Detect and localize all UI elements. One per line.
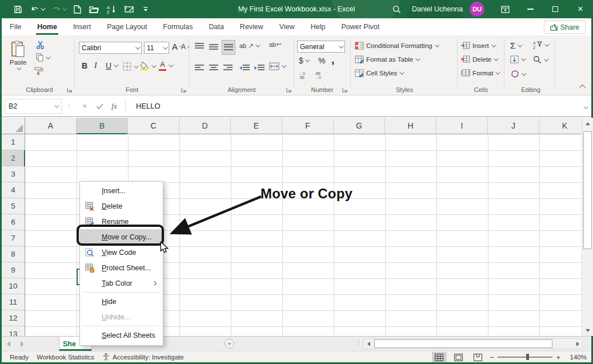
enter-icon[interactable] xyxy=(92,99,107,113)
column-header-j[interactable]: J xyxy=(488,118,539,134)
vertical-scrollbar[interactable] xyxy=(582,118,593,336)
zoom-out-button[interactable]: − xyxy=(490,353,495,362)
row-header-1[interactable]: 1 xyxy=(2,134,25,150)
workbook-statistics-button[interactable]: Workbook Statistics xyxy=(37,354,94,361)
tab-insert[interactable]: Insert xyxy=(65,18,99,35)
sort-filter-button[interactable]: AZ xyxy=(533,41,548,49)
row-header-2[interactable]: 2 xyxy=(2,150,25,166)
save-icon[interactable] xyxy=(14,5,22,14)
add-sheet-button[interactable]: + xyxy=(225,339,234,349)
font-color-button[interactable]: A xyxy=(159,61,172,71)
horizontal-scrollbar-thumb[interactable] xyxy=(374,339,552,348)
column-header-h[interactable]: H xyxy=(385,118,436,134)
increase-indent-icon[interactable] xyxy=(254,65,265,73)
column-header-c[interactable]: C xyxy=(128,118,179,134)
column-header-i[interactable]: I xyxy=(436,118,488,134)
font-dialog-launcher-icon[interactable] xyxy=(181,87,187,93)
number-format-select[interactable]: General xyxy=(297,41,345,53)
zoom-slider-track[interactable] xyxy=(498,357,552,358)
row-header-10[interactable]: 10 xyxy=(2,278,25,294)
email-icon[interactable] xyxy=(125,5,135,13)
clipboard-dialog-launcher-icon[interactable] xyxy=(67,87,73,93)
menu-item-view-code[interactable]: View Code xyxy=(80,245,163,260)
increase-decimal-icon[interactable]: ←0.00 xyxy=(299,71,305,79)
wrap-text-icon[interactable]: ab↩ xyxy=(269,41,281,48)
minimize-button[interactable] xyxy=(518,0,543,18)
page-layout-view-icon[interactable] xyxy=(451,352,466,362)
accounting-format-button[interactable]: $ xyxy=(299,56,308,65)
select-all-corner[interactable] xyxy=(2,118,25,134)
undo-button[interactable] xyxy=(30,5,44,13)
formula-input[interactable]: HELLO xyxy=(129,102,583,110)
align-middle-icon[interactable] xyxy=(209,44,218,51)
row-header-6[interactable]: 6 xyxy=(2,214,25,230)
scroll-down-icon[interactable] xyxy=(582,325,593,336)
cancel-icon[interactable]: × xyxy=(77,99,92,113)
menu-item-protect-sheet[interactable]: Protect Sheet... xyxy=(80,260,163,275)
number-dialog-launcher-icon[interactable] xyxy=(342,87,348,93)
tab-power-pivot[interactable]: Power Pivot xyxy=(333,18,387,35)
new-file-icon[interactable] xyxy=(74,5,81,14)
tab-data[interactable]: Data xyxy=(201,18,231,35)
find-select-button[interactable] xyxy=(533,55,547,64)
row-header-13[interactable]: 13 xyxy=(2,326,25,336)
fill-button[interactable] xyxy=(510,55,524,63)
name-box[interactable]: B2 xyxy=(5,99,62,114)
tab-formulas[interactable]: Formulas xyxy=(155,18,201,35)
fill-color-button[interactable] xyxy=(140,61,155,71)
menu-item-move-or-copy[interactable]: Move or Copy... xyxy=(80,229,163,245)
merge-center-button[interactable] xyxy=(269,62,285,70)
clear-button[interactable] xyxy=(510,70,525,78)
normal-view-icon[interactable] xyxy=(432,352,447,362)
align-right-icon[interactable] xyxy=(223,65,233,73)
row-header-3[interactable]: 3 xyxy=(2,166,25,182)
menu-item-hide[interactable]: Hide xyxy=(80,294,163,309)
copy-button[interactable] xyxy=(36,53,49,62)
autosum-button[interactable]: Σ xyxy=(510,41,521,50)
scroll-left-icon[interactable] xyxy=(364,339,373,349)
row-header-7[interactable]: 7 xyxy=(2,230,25,246)
orientation-button[interactable]: ab↗ xyxy=(239,42,259,50)
menu-item-rename[interactable]: Rename xyxy=(80,214,163,229)
ribbon-display-options-icon[interactable] xyxy=(492,0,518,18)
column-header-g[interactable]: G xyxy=(334,118,385,134)
decrease-decimal-icon[interactable]: .00→0 xyxy=(315,71,321,79)
align-top-icon[interactable] xyxy=(195,43,204,51)
tab-view[interactable]: View xyxy=(271,18,303,35)
paste-button[interactable]: Paste xyxy=(10,38,26,70)
column-header-e[interactable]: E xyxy=(231,118,282,134)
column-header-a[interactable]: A xyxy=(25,118,77,134)
format-as-table-button[interactable]: Format as Table xyxy=(355,55,419,63)
row-header-9[interactable]: 9 xyxy=(2,262,25,278)
menu-item-insert[interactable]: Insert... xyxy=(80,183,163,198)
share-button[interactable]: Share xyxy=(544,21,586,34)
font-size-select[interactable]: 11 xyxy=(144,42,169,54)
sheet-nav-left-icon[interactable] xyxy=(7,341,10,347)
horizontal-scrollbar[interactable] xyxy=(363,338,583,349)
tab-home[interactable]: Home xyxy=(29,18,65,35)
search-icon[interactable] xyxy=(387,0,406,18)
shrink-font-button[interactable]: A˅ xyxy=(181,43,190,51)
comma-style-button[interactable]: , xyxy=(331,53,335,66)
grow-font-button[interactable]: A˄ xyxy=(172,42,182,51)
zoom-level[interactable]: 140% xyxy=(565,354,587,361)
tab-file[interactable]: File xyxy=(2,18,29,35)
accessibility-status[interactable]: Accessibility: Investigate xyxy=(102,353,184,361)
zoom-slider-thumb[interactable] xyxy=(526,354,529,360)
vertical-scrollbar-thumb[interactable] xyxy=(583,131,592,249)
name-box-dropdown-icon[interactable] xyxy=(54,103,59,107)
conditional-formatting-button[interactable]: Conditional Formatting xyxy=(355,42,438,50)
italic-button[interactable]: I xyxy=(94,61,97,70)
zoom-slider[interactable]: − + xyxy=(490,353,560,362)
customize-qat-icon[interactable] xyxy=(143,6,149,12)
row-header-12[interactable]: 12 xyxy=(2,310,25,326)
cut-icon[interactable] xyxy=(36,41,45,50)
borders-button[interactable] xyxy=(123,62,137,71)
scroll-right-icon[interactable] xyxy=(573,339,582,349)
format-painter-icon[interactable] xyxy=(34,66,43,76)
font-name-select[interactable]: Calibri xyxy=(79,42,142,54)
menu-item-delete[interactable]: Delete xyxy=(80,198,163,214)
paste-dropdown-icon[interactable] xyxy=(17,65,21,70)
column-header-d[interactable]: D xyxy=(179,118,231,134)
collapse-ribbon-icon[interactable] xyxy=(581,83,586,90)
